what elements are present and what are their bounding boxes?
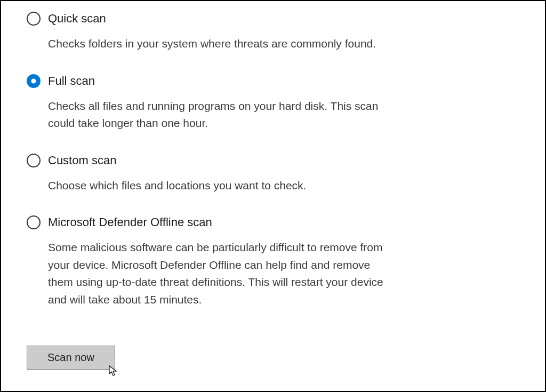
label-full-scan: Full scan: [48, 74, 95, 88]
description-offline-scan: Some malicious software can be particula…: [48, 239, 395, 308]
scan-option-full: Full scan Checks all files and running p…: [27, 74, 519, 132]
option-header-quick[interactable]: Quick scan: [27, 12, 519, 26]
radio-full-scan[interactable]: [27, 74, 41, 88]
radio-custom-scan[interactable]: [27, 154, 41, 167]
description-custom-scan: Choose which files and locations you wan…: [48, 177, 395, 195]
label-quick-scan: Quick scan: [48, 12, 106, 26]
radio-quick-scan[interactable]: [27, 12, 41, 26]
option-header-full[interactable]: Full scan: [27, 74, 519, 88]
description-quick-scan: Checks folders in your system where thre…: [48, 35, 395, 53]
scan-option-offline: Microsoft Defender Offline scan Some mal…: [27, 215, 519, 308]
label-custom-scan: Custom scan: [48, 154, 116, 167]
label-offline-scan: Microsoft Defender Offline scan: [48, 215, 212, 229]
option-header-custom[interactable]: Custom scan: [27, 154, 519, 167]
option-header-offline[interactable]: Microsoft Defender Offline scan: [27, 215, 519, 229]
scan-now-button[interactable]: Scan now: [27, 346, 115, 370]
scan-option-custom: Custom scan Choose which files and locat…: [27, 154, 519, 195]
radio-offline-scan[interactable]: [27, 215, 41, 229]
scan-option-quick: Quick scan Checks folders in your system…: [27, 12, 519, 53]
description-full-scan: Checks all files and running programs on…: [48, 98, 395, 132]
